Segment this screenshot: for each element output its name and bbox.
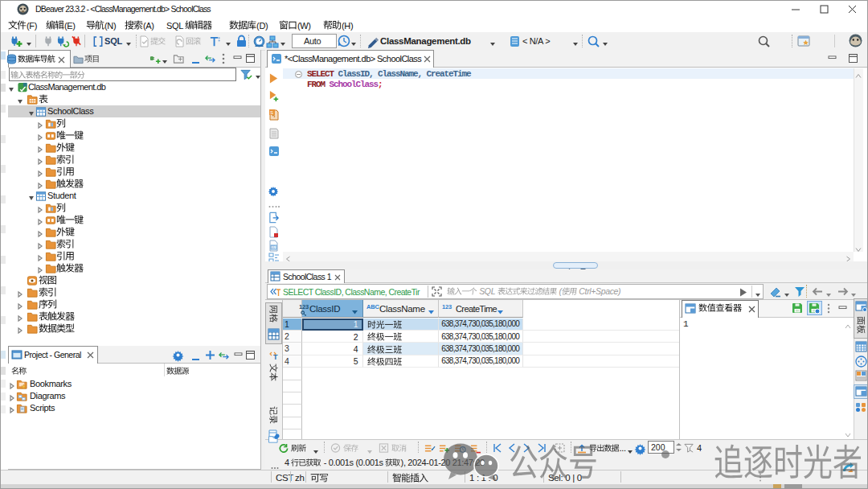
svg-text:T: T: [273, 353, 278, 361]
svg-text:S: S: [270, 110, 273, 115]
